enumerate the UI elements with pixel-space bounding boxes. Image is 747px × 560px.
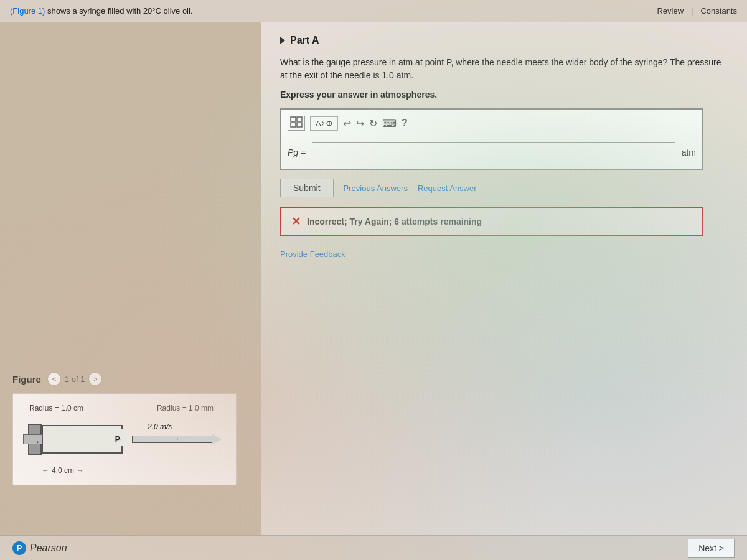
pearson-logo: P Pearson: [12, 541, 67, 555]
answer-input[interactable]: [312, 142, 675, 162]
syringe-visual: → P●: [23, 418, 226, 461]
incorrect-icon: ✕: [291, 215, 301, 228]
unit-label: atm: [682, 147, 696, 157]
distance-label: ← 4.0 cm →: [42, 466, 226, 475]
radius-left-label: Radius = 1.0 cm: [29, 404, 83, 413]
help-button[interactable]: ?: [402, 118, 408, 129]
variable-label: Pg =: [288, 147, 306, 157]
next-button[interactable]: Next >: [688, 539, 735, 558]
review-link[interactable]: Review: [657, 6, 684, 16]
buttons-row: Submit Previous Answers Request Answer: [280, 179, 728, 197]
question-text: What is the gauge pressure in atm at poi…: [280, 56, 728, 82]
syringe-body: P●: [42, 425, 123, 454]
matrix-icon[interactable]: [288, 116, 305, 131]
redo-button[interactable]: ↪: [356, 118, 364, 129]
part-triangle-icon: [280, 37, 285, 44]
figure-header: Figure < 1 of 1 >: [12, 372, 102, 386]
feedback-box: ✕ Incorrect; Try Again; 6 attempts remai…: [280, 207, 703, 236]
content-area: Figure < 1 of 1 > Radius = 1.0 cm Radius…: [0, 22, 747, 535]
flow-arrow: →: [32, 437, 40, 447]
problem-intro: (Figure 1) shows a syringe filled with 2…: [10, 6, 193, 16]
answer-box: ΑΣΦ ↩ ↪ ↻ ⌨ ? Pg = atm: [280, 108, 703, 170]
figure-next-button[interactable]: >: [88, 372, 102, 386]
left-panel: Figure < 1 of 1 > Radius = 1.0 cm Radius…: [0, 22, 261, 535]
undo-button[interactable]: ↩: [343, 118, 351, 129]
figure-page-indicator: 1 of 1: [65, 375, 85, 384]
previous-answers-link[interactable]: Previous Answers: [344, 184, 408, 193]
answer-instruction: Express your answer in atmospheres.: [280, 90, 728, 100]
pearson-p-icon: P: [12, 541, 26, 555]
part-header: Part A: [280, 35, 728, 46]
input-toolbar: ΑΣΦ ↩ ↪ ↻ ⌨ ?: [288, 116, 696, 136]
velocity-label: 2.0 m/s: [148, 422, 172, 431]
syringe-labels-top: Radius = 1.0 cm Radius = 1.0 mm: [23, 404, 226, 413]
part-title: Part A: [290, 35, 319, 46]
feedback-message: Incorrect; Try Again; 6 attempts remaini…: [307, 217, 482, 226]
top-links: Review | Constants: [657, 6, 737, 16]
distance-value: 4.0 cm: [52, 466, 74, 475]
syringe-diagram: Radius = 1.0 cm Radius = 1.0 mm → P●: [12, 393, 237, 485]
greek-toolbar-button[interactable]: ΑΣΦ: [310, 116, 338, 131]
figure-link[interactable]: (Figure 1): [10, 6, 45, 16]
svg-rect-3: [297, 123, 302, 127]
provide-feedback-link[interactable]: Provide Feedback: [280, 250, 345, 259]
right-panel: Part A What is the gauge pressure in atm…: [261, 22, 747, 535]
keyboard-button[interactable]: ⌨: [382, 118, 397, 129]
radius-right-label: Radius = 1.0 mm: [157, 404, 214, 413]
figure-prev-button[interactable]: <: [47, 372, 61, 386]
svg-rect-0: [291, 117, 296, 121]
constants-link[interactable]: Constants: [700, 6, 737, 16]
pearson-text: Pearson: [30, 543, 67, 554]
svg-rect-2: [291, 123, 296, 127]
submit-button[interactable]: Submit: [280, 179, 334, 197]
top-bar: (Figure 1) shows a syringe filled with 2…: [0, 0, 747, 22]
figure-nav: < 1 of 1 >: [47, 372, 103, 386]
figure-label: Figure: [12, 374, 41, 385]
needle-tip: [212, 434, 222, 445]
input-row: Pg = atm: [288, 142, 696, 162]
velocity-arrow: →: [172, 434, 180, 443]
request-answer-link[interactable]: Request Answer: [418, 184, 477, 193]
refresh-button[interactable]: ↻: [369, 118, 377, 129]
svg-rect-1: [297, 117, 302, 121]
bottom-bar: P Pearson Next >: [0, 535, 747, 560]
